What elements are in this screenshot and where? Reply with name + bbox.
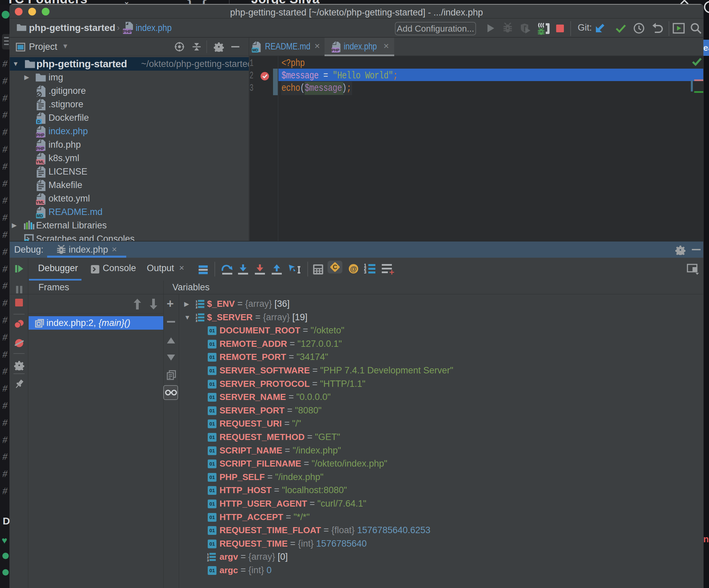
svg-text:3: 3 xyxy=(195,306,197,309)
svg-text:PHP: PHP xyxy=(36,133,45,138)
svg-text:YML: YML xyxy=(36,200,45,205)
svg-text:PHP: PHP xyxy=(123,29,132,34)
svg-text:PHP: PHP xyxy=(36,146,45,151)
svg-text:3: 3 xyxy=(195,319,197,322)
svg-text:MD: MD xyxy=(253,48,259,52)
svg-text:3: 3 xyxy=(207,559,209,562)
svg-text:D: D xyxy=(37,119,41,124)
svg-text:MD: MD xyxy=(37,214,43,218)
svg-text:PHP: PHP xyxy=(332,48,340,52)
svg-text:YML: YML xyxy=(36,160,45,165)
